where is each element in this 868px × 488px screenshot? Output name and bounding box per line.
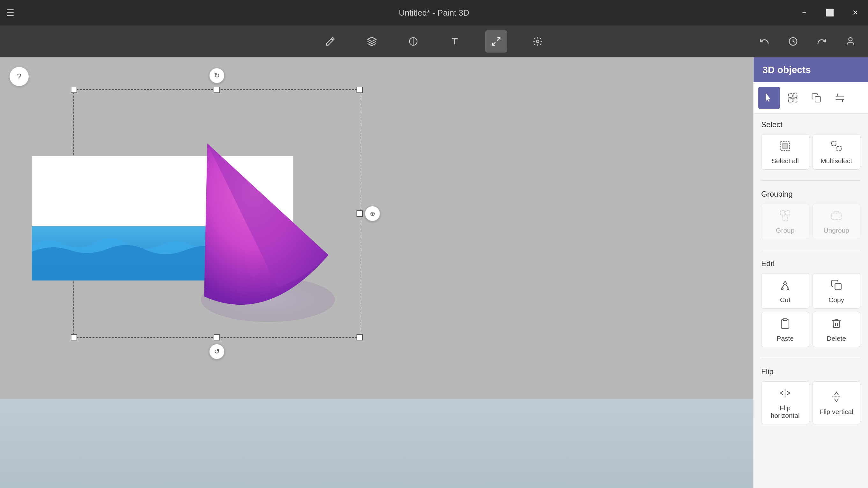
edit-section: Edit Cut [753, 253, 868, 355]
select-section-title: Select [761, 120, 860, 129]
help-button[interactable]: ? [9, 67, 29, 86]
group-label: Group [776, 227, 794, 234]
handle-bottom-right[interactable] [356, 334, 363, 340]
cut-icon [779, 279, 791, 293]
divider-2 [761, 250, 860, 250]
minimize-button[interactable]: − [792, 0, 817, 26]
svg-line-29 [786, 284, 788, 288]
hamburger-menu[interactable]: ☰ [6, 8, 14, 18]
tab-copy-object[interactable] [805, 87, 828, 109]
paste-label: Paste [776, 335, 794, 342]
svg-rect-31 [783, 319, 787, 321]
redo-button[interactable] [811, 30, 833, 53]
handle-top-left[interactable] [71, 87, 77, 93]
tab-select[interactable] [758, 87, 780, 109]
grouping-section: Grouping Group [753, 183, 868, 247]
divider-3 [761, 358, 860, 358]
svg-rect-16 [783, 144, 788, 149]
svg-line-2 [497, 38, 500, 40]
svg-rect-11 [793, 98, 797, 102]
select-all-label: Select all [772, 157, 799, 165]
group-button[interactable]: Group [761, 204, 809, 239]
flip-grid: Flip horizontal Flip vertical [761, 381, 860, 424]
svg-rect-22 [832, 213, 841, 220]
svg-rect-20 [786, 211, 790, 215]
window-controls: − ⬜ ✕ [792, 0, 868, 26]
tab-crop[interactable] [829, 87, 851, 109]
panel-header: 3D objects [753, 57, 868, 82]
canvas-area[interactable]: ? [0, 57, 753, 488]
svg-line-28 [782, 284, 784, 288]
history-button[interactable] [782, 30, 804, 53]
svg-rect-8 [788, 94, 793, 98]
flip-horizontal-icon [779, 387, 791, 401]
paste-icon [779, 318, 791, 331]
select-all-icon [779, 140, 791, 154]
ungroup-label: Ungroup [824, 227, 849, 234]
toolbar-text[interactable] [443, 30, 466, 53]
3d-objects-panel: 3D objects [753, 57, 868, 488]
copy-label: Copy [829, 296, 844, 304]
move-handle-right[interactable]: ⊕ [365, 205, 380, 222]
delete-button[interactable]: Delete [812, 312, 861, 347]
3d-cone [144, 121, 351, 328]
divider-1 [761, 181, 860, 181]
rotate-handle-bottom[interactable]: ↺ [209, 344, 225, 360]
main-layout: ? [0, 57, 868, 488]
close-button[interactable]: ✕ [842, 0, 868, 26]
svg-rect-12 [815, 97, 820, 102]
panel-tabs [753, 82, 868, 114]
rotate-handle-top[interactable]: ↻ [209, 68, 225, 84]
ungroup-button[interactable]: Ungroup [812, 204, 861, 239]
titlebar: ☰ Untitled* - Paint 3D − ⬜ ✕ [0, 0, 868, 26]
flip-section-title: Flip [761, 367, 860, 376]
group-icon [779, 210, 791, 223]
copy-icon [831, 279, 842, 293]
handle-top-center[interactable] [214, 87, 220, 93]
select-grid: Select all Multiselect [761, 134, 860, 170]
main-toolbar [0, 26, 868, 57]
toolbar-right-actions [753, 30, 862, 53]
svg-point-6 [849, 38, 852, 41]
multiselect-button[interactable]: Multiselect [812, 134, 861, 170]
maximize-button[interactable]: ⬜ [817, 0, 842, 26]
flip-vertical-label: Flip vertical [819, 408, 853, 416]
account-button[interactable] [839, 30, 862, 53]
handle-bottom-center[interactable] [214, 334, 220, 340]
window-title: Untitled* - Paint 3D [399, 8, 469, 18]
copy-button[interactable]: Copy [812, 273, 861, 308]
edit-grid: Cut Copy [761, 273, 860, 347]
select-section: Select Select all [753, 114, 868, 178]
edit-section-title: Edit [761, 259, 860, 268]
delete-icon [831, 318, 842, 331]
toolbar-3d-shapes[interactable] [361, 30, 383, 53]
question-icon: ? [17, 72, 21, 82]
toolbar-2d-shapes[interactable] [402, 30, 425, 53]
svg-rect-21 [783, 216, 788, 221]
select-all-button[interactable]: Select all [761, 134, 809, 170]
svg-rect-9 [793, 94, 797, 98]
svg-rect-19 [780, 211, 785, 215]
toolbar-effects[interactable] [526, 30, 549, 53]
svg-rect-18 [837, 147, 841, 151]
panel-title: 3D objects [763, 64, 811, 75]
tab-multiselect[interactable] [782, 87, 804, 109]
multiselect-icon [831, 140, 842, 154]
paste-button[interactable]: Paste [761, 312, 809, 347]
flip-vertical-button[interactable]: Flip vertical [812, 381, 861, 424]
handle-top-right[interactable] [356, 87, 363, 93]
toolbar-brushes[interactable] [319, 30, 342, 53]
grouping-section-title: Grouping [761, 190, 860, 199]
cut-label: Cut [780, 296, 790, 304]
handle-bottom-left[interactable] [71, 334, 77, 340]
flip-section: Flip Flip horizontal [753, 361, 868, 432]
undo-button[interactable] [753, 30, 776, 53]
handle-middle-right[interactable] [356, 210, 363, 217]
flip-horizontal-label: Flip horizontal [765, 404, 806, 420]
svg-rect-30 [835, 284, 841, 290]
flip-horizontal-button[interactable]: Flip horizontal [761, 381, 809, 424]
cut-button[interactable]: Cut [761, 273, 809, 308]
toolbar-canvas[interactable] [485, 30, 507, 53]
ground-plane [0, 399, 753, 488]
multiselect-label: Multiselect [820, 157, 852, 165]
